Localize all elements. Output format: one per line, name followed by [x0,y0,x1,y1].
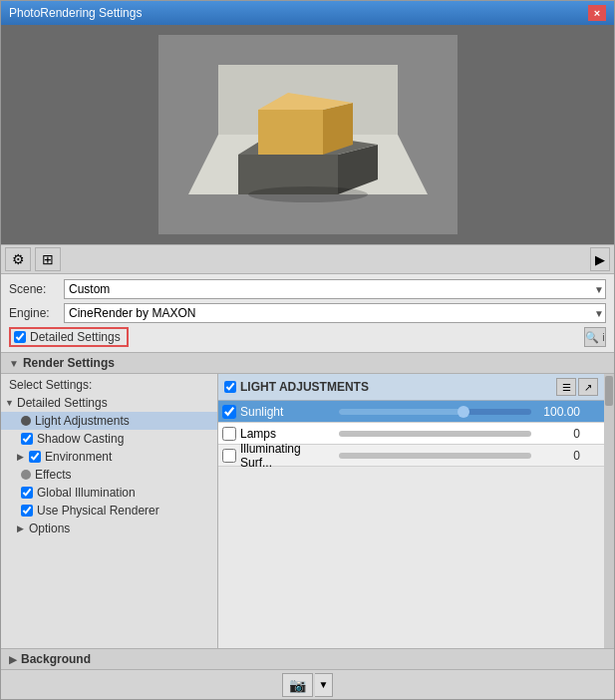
lamps-label: Lamps [240,427,335,441]
detailed-settings-checkbox-label[interactable]: Detailed Settings [9,327,129,347]
engine-label: Engine: [9,306,64,320]
tree-item-global-illumination[interactable]: Global Illumination [1,484,217,502]
detailed-settings-row: Detailed Settings 🔍 i [9,326,606,348]
illuminating-surf-label: Illuminating Surf... [240,442,335,470]
left-panel: Select Settings: ▼ Detailed Settings Lig… [1,374,218,648]
render-settings-arrow[interactable]: ▼ [9,358,19,369]
tree-label-global-illumination: Global Illumination [37,486,136,500]
light-adj-export-icon[interactable]: ↗ [578,378,598,396]
info-button[interactable]: 🔍 i [584,327,606,347]
illuminating-surf-checkbox[interactable] [222,449,236,463]
lamps-value: 0 [535,427,580,441]
tree-label-detailed-settings: Detailed Settings [17,396,108,410]
scene-select-wrapper: Custom ▼ [64,279,606,299]
light-row-sunlight[interactable]: Sunlight 100.00 [218,401,604,423]
tree-item-effects[interactable]: Effects [1,466,217,484]
sunlight-slider-track[interactable] [339,409,531,415]
main-content: Select Settings: ▼ Detailed Settings Lig… [1,374,614,648]
tree-item-shadow-casting[interactable]: Shadow Casting [1,430,217,448]
right-panel: LIGHT ADJUSTMENTS ☰ ↗ Sunlight 100.00 [218,374,604,648]
sunlight-label: Sunlight [240,405,335,419]
background-section-header: ▶ Background [1,648,614,669]
light-adj-icon-group: ☰ ↗ [556,378,598,396]
tree-item-detailed-settings[interactable]: ▼ Detailed Settings [1,394,217,412]
3d-preview [158,35,458,234]
light-adj-title: LIGHT ADJUSTMENTS [240,380,552,394]
illuminating-surf-slider-track[interactable] [339,453,531,459]
tree-expand-arrow: ▼ [5,398,17,408]
illuminating-surf-value: 0 [535,449,580,463]
light-adjustments-header: LIGHT ADJUSTMENTS ☰ ↗ [218,374,604,401]
tree-label-effects: Effects [35,468,71,482]
lamps-slider-track[interactable] [339,431,531,437]
tree-label-shadow-casting: Shadow Casting [37,432,124,446]
sunlight-color-box[interactable] [582,405,600,419]
tree-dot-effects [21,470,31,480]
arrow-right-button[interactable]: ▶ [590,247,610,271]
render-settings-label: Render Settings [23,356,115,370]
engine-select-wrapper: CineRender by MAXON ▼ [64,303,606,323]
tree-label-physical-renderer: Use Physical Renderer [37,504,159,518]
preview-area [1,25,614,244]
detailed-settings-checkbox[interactable] [14,331,26,343]
sunlight-slider-fill [339,409,463,415]
scrollbar-thumb[interactable] [605,376,613,406]
light-row-illuminating-surf[interactable]: Illuminating Surf... 0 [218,445,604,467]
window-title: PhotoRendering Settings [9,6,142,20]
engine-select[interactable]: CineRender by MAXON [64,303,606,323]
toolbar-row: ⚙ ⊞ ▶ [1,244,614,274]
camera-dropdown-arrow[interactable]: ▼ [315,673,334,697]
sunlight-checkbox[interactable] [222,405,236,419]
sunlight-slider-thumb [458,406,469,418]
detailed-settings-text: Detailed Settings [30,330,121,344]
shadow-casting-checkbox[interactable] [21,433,33,445]
light-adj-header-checkbox[interactable] [224,381,236,393]
tree-item-physical-renderer[interactable]: Use Physical Renderer [1,502,217,520]
settings-icon-button[interactable]: ⚙ [5,247,31,271]
camera-button[interactable]: 📷 [282,673,313,697]
tree-item-light-adjustments[interactable]: Light Adjustments [1,412,217,430]
close-button[interactable]: × [588,5,606,21]
fields-area: Scene: Custom ▼ Engine: CineRender by MA… [1,274,614,352]
physical-renderer-checkbox[interactable] [21,505,33,517]
tree-item-options[interactable]: ▶ Options [1,520,217,537]
svg-point-9 [248,186,368,202]
svg-marker-6 [258,110,323,155]
tree-expand-environment: ▶ [17,452,29,462]
render-settings-header: ▼ Render Settings [1,352,614,374]
sunlight-value: 100.00 [535,405,580,419]
scene-label: Scene: [9,282,64,296]
tree-expand-options: ▶ [17,524,29,533]
bottom-toolbar: 📷 ▼ [1,669,614,699]
tree-label-options: Options [29,522,70,535]
engine-row: Engine: CineRender by MAXON ▼ [9,302,606,324]
tree-label-light-adjustments: Light Adjustments [35,414,130,428]
select-settings-label: Select Settings: [1,374,217,394]
environment-checkbox[interactable] [29,451,41,463]
title-bar: PhotoRendering Settings × [1,1,614,25]
global-illumination-checkbox[interactable] [21,487,33,499]
tree-dot-light [21,416,31,426]
scene-row: Scene: Custom ▼ [9,278,606,300]
light-adj-list-icon[interactable]: ☰ [556,378,576,396]
lamps-checkbox[interactable] [222,427,236,441]
right-scrollbar[interactable] [604,374,614,648]
lamps-color-box [582,427,600,441]
background-label: Background [21,652,91,666]
tree-label-environment: Environment [45,450,112,464]
tree-item-environment[interactable]: ▶ Environment [1,448,217,466]
grid-icon-button[interactable]: ⊞ [35,247,61,271]
main-window: PhotoRendering Settings × [0,0,615,700]
light-table: Sunlight 100.00 Lamps 0 [218,401,604,648]
illuminating-surf-color-box [582,449,600,463]
background-arrow[interactable]: ▶ [9,654,17,665]
scene-select[interactable]: Custom [64,279,606,299]
